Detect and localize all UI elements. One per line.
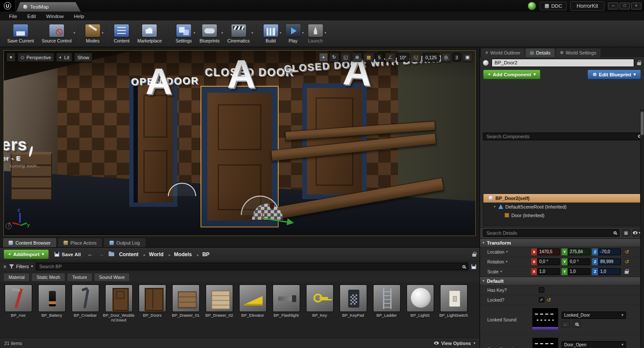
breadcrumb-item[interactable]: BP: [193, 251, 210, 257]
menu-item[interactable]: Window: [41, 13, 68, 20]
rotate-mode-button[interactable]: [329, 53, 339, 62]
toolbar-content-button[interactable]: Content: [110, 22, 134, 46]
sources-panel-toggle-icon[interactable]: [3, 264, 6, 269]
close-button[interactable]: [631, 3, 641, 9]
location-y-field[interactable]: Y275,84: [562, 248, 590, 255]
section-default[interactable]: Default: [480, 277, 644, 285]
padlock-mesh[interactable]: [270, 203, 274, 209]
edit-blueprint-button[interactable]: Edit Blueprint: [587, 70, 641, 79]
text-actor-coming-soon[interactable]: coming soon...: [10, 163, 41, 168]
locked-checkbox[interactable]: [539, 297, 544, 303]
tab-output-log[interactable]: Output Log: [103, 238, 146, 247]
add-component-button[interactable]: Add Component: [483, 70, 541, 79]
details-scrollbar-track[interactable]: [640, 109, 644, 348]
asset-tile[interactable]: BP_Drawer_01: [169, 284, 202, 336]
asset-tile[interactable]: BP_Crowbar: [69, 284, 102, 336]
display-filter-button[interactable]: [632, 229, 641, 236]
dropdown-caret-icon[interactable]: [102, 31, 103, 35]
sound-asset-dropdown[interactable]: Door_Open: [562, 341, 626, 348]
forward-button[interactable]: [97, 251, 105, 257]
component-tree-item[interactable]: DefaultSceneRoot (Inherited): [483, 203, 641, 211]
component-tree-item[interactable]: Door (Inherited): [483, 211, 641, 220]
viewport[interactable]: OPEN DOOR CLOSED DOOR CLOSED DOOR WITH B…: [3, 50, 476, 236]
camera-speed-button[interactable]: [441, 53, 451, 62]
reset-to-default-icon[interactable]: [547, 297, 551, 303]
asset-tile[interactable]: BP_LightSwitch: [437, 284, 470, 336]
scale-x-field[interactable]: X1,0: [531, 268, 560, 275]
asset-tile[interactable]: BP_Axe: [2, 284, 35, 336]
filter-chip[interactable]: Static Mesh: [31, 273, 65, 281]
scale-label[interactable]: Scale: [487, 269, 531, 274]
asset-tile[interactable]: BP_Doors: [136, 284, 169, 336]
camera-speed-value[interactable]: 3: [453, 53, 461, 62]
rotation-snap-toggle-button[interactable]: [385, 53, 395, 62]
dropdown-caret-icon[interactable]: [73, 31, 75, 35]
ddc-button[interactable]: DDC: [540, 2, 567, 10]
save-search-icon[interactable]: [471, 264, 476, 269]
show-button[interactable]: Show: [74, 53, 92, 62]
lit-button[interactable]: Lit: [56, 53, 72, 62]
toolbar-marketplace-button[interactable]: Marketplace: [134, 22, 166, 46]
level-tab[interactable]: TestMap: [16, 2, 81, 12]
use-selected-asset-icon[interactable]: [562, 321, 570, 327]
filter-chip[interactable]: Sound Wave: [94, 273, 130, 281]
grid-snap-toggle-button[interactable]: [363, 53, 374, 62]
toolbar-save-current-button[interactable]: Save Current: [3, 22, 38, 46]
sound-wave-thumbnail[interactable]: [532, 337, 559, 348]
asset-tile[interactable]: BP_Drawer_02: [203, 284, 236, 336]
asset-tile[interactable]: BP_LightS: [404, 284, 437, 336]
back-button[interactable]: [86, 251, 94, 257]
toolbar-blueprints-button[interactable]: Blueprints: [196, 22, 224, 46]
reset-to-default-icon[interactable]: [625, 259, 629, 264]
minimize-button[interactable]: [608, 3, 618, 9]
browse-to-asset-icon[interactable]: [573, 321, 581, 327]
rotation-z-field[interactable]: Z89,999: [592, 258, 621, 265]
actor-name-input[interactable]: [492, 59, 634, 67]
tab-details[interactable]: Details: [526, 48, 555, 57]
filter-chip[interactable]: Material: [3, 273, 30, 281]
asset-tile[interactable]: BP_Battery: [35, 284, 68, 336]
scale-y-field[interactable]: Y1,0: [562, 268, 590, 275]
asset-tile[interactable]: BP_KeyPad: [337, 284, 370, 336]
lock-details-icon[interactable]: [637, 62, 641, 65]
sound-asset-dropdown[interactable]: Looked_Door: [562, 312, 626, 319]
translate-mode-button[interactable]: [319, 53, 328, 62]
toolbar-launch-button[interactable]: Launch: [304, 22, 327, 46]
asset-tile[interactable]: BP_Door_WoddenClosed: [102, 284, 135, 336]
unreal-engine-logo[interactable]: U: [0, 0, 15, 12]
has-key-checkbox[interactable]: [539, 287, 544, 293]
toolbar-cinematics-button[interactable]: Cinematics: [224, 22, 254, 46]
breadcrumb-item[interactable]: World: [139, 251, 164, 257]
dropdown-caret-icon[interactable]: [194, 31, 195, 35]
toolbar-settings-button[interactable]: Settings: [172, 22, 196, 46]
view-options-button[interactable]: View Options: [434, 341, 476, 346]
text-actor-left-wall[interactable]: ers: [3, 136, 27, 154]
maximize-viewport-button[interactable]: [462, 53, 473, 62]
location-x-field[interactable]: X1470,5: [531, 248, 560, 255]
section-transform[interactable]: Transform: [480, 239, 644, 247]
property-matrix-button[interactable]: [622, 229, 630, 236]
toolbar-modes-button[interactable]: Modes: [82, 22, 104, 46]
location-label[interactable]: Location: [487, 249, 531, 254]
reset-to-default-icon[interactable]: [625, 249, 629, 254]
asset-tile[interactable]: BP_Elevator: [236, 284, 269, 336]
asset-tile[interactable]: BP_Flashlight: [270, 284, 303, 336]
search-assets-input[interactable]: [36, 263, 468, 270]
scale-mode-button[interactable]: [340, 53, 351, 62]
add-import-button[interactable]: Add/Import: [3, 249, 49, 259]
menu-item[interactable]: Edit: [23, 13, 41, 20]
rotation-label[interactable]: Rotation: [487, 259, 531, 264]
rotation-snap-value[interactable]: 10°: [397, 53, 410, 62]
letter-a-actor[interactable]: A: [146, 60, 172, 103]
sound-wave-thumbnail[interactable]: [532, 308, 559, 332]
asset-tile[interactable]: BP_Ladder: [370, 284, 403, 336]
save-all-button[interactable]: Save All: [53, 252, 82, 257]
world-space-toggle-button[interactable]: [352, 53, 362, 62]
dropdown-caret-icon[interactable]: [302, 31, 304, 35]
lock-browser-icon[interactable]: [472, 254, 476, 257]
dropdown-caret-icon[interactable]: [279, 31, 281, 35]
tab-world-settings[interactable]: World Settings: [556, 48, 601, 57]
search-components-input[interactable]: [483, 133, 641, 140]
filters-button[interactable]: Filters: [9, 264, 33, 269]
restore-button[interactable]: [620, 3, 630, 9]
